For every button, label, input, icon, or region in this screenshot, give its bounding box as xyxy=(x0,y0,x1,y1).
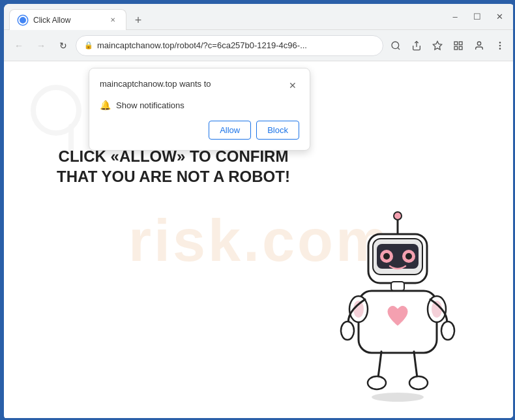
browser-window: Click Allow ✕ + – ☐ ✕ ← → ↻ 🔒 maincaptch… xyxy=(4,4,515,420)
popup-header: maincaptchanow.top wants to ✕ xyxy=(100,79,299,92)
close-button[interactable]: ✕ xyxy=(489,7,510,27)
share-icon-btn[interactable] xyxy=(407,36,426,55)
svg-point-8 xyxy=(477,42,480,45)
block-button[interactable]: Block xyxy=(256,121,299,140)
svg-point-11 xyxy=(499,48,500,49)
svg-rect-4 xyxy=(454,42,458,45)
svg-point-29 xyxy=(341,322,354,340)
svg-rect-7 xyxy=(459,46,462,50)
address-bar[interactable]: 🔒 maincaptchanow.top/robot4/?c=6ca257b0-… xyxy=(76,35,383,56)
back-button[interactable]: ← xyxy=(9,36,29,55)
svg-point-15 xyxy=(394,212,402,220)
popup-title: maincaptchanow.top wants to xyxy=(100,79,211,89)
new-tab-button[interactable]: + xyxy=(129,11,147,29)
reload-button[interactable]: ↻ xyxy=(53,36,73,55)
profile-icon-btn[interactable] xyxy=(469,36,489,55)
popup-buttons: Allow Block xyxy=(100,121,299,140)
minimize-button[interactable]: – xyxy=(445,7,465,27)
svg-point-22 xyxy=(405,253,412,260)
svg-point-30 xyxy=(441,322,454,340)
robot-character xyxy=(332,211,463,407)
favicon-circle xyxy=(18,16,27,25)
svg-point-20 xyxy=(383,253,390,260)
search-icon-btn[interactable] xyxy=(386,36,405,55)
svg-point-33 xyxy=(372,393,424,402)
allow-button[interactable]: Allow xyxy=(209,121,251,140)
tab-title: Click Allow xyxy=(33,16,102,25)
tab-favicon xyxy=(18,15,28,25)
navigation-bar: ← → ↻ 🔒 maincaptchanow.top/robot4/?c=6ca… xyxy=(4,30,515,61)
bell-icon: 🔔 xyxy=(100,100,111,110)
svg-point-9 xyxy=(499,42,500,42)
extensions-icon-btn[interactable] xyxy=(449,36,468,55)
popup-permission-text: Show notifications xyxy=(116,100,184,110)
svg-point-0 xyxy=(392,42,399,49)
svg-marker-3 xyxy=(433,41,441,50)
page-text-area: CLICK «ALLOW» TO CONFIRM THAT YOU ARE NO… xyxy=(43,146,304,187)
captcha-heading: CLICK «ALLOW» TO CONFIRM THAT YOU ARE NO… xyxy=(43,146,304,187)
svg-rect-6 xyxy=(454,46,458,50)
svg-rect-5 xyxy=(459,42,462,45)
lock-icon: 🔒 xyxy=(84,41,93,50)
svg-point-10 xyxy=(499,45,500,46)
tab-close-button[interactable]: ✕ xyxy=(108,15,118,25)
active-tab[interactable]: Click Allow ✕ xyxy=(9,9,126,30)
tab-bar: Click Allow ✕ + xyxy=(9,4,445,29)
nav-icons-group xyxy=(386,36,510,55)
title-bar: Click Allow ✕ + – ☐ ✕ xyxy=(4,4,515,30)
popup-close-button[interactable]: ✕ xyxy=(286,79,299,92)
svg-point-31 xyxy=(368,376,386,389)
bookmark-icon-btn[interactable] xyxy=(428,36,447,55)
svg-point-32 xyxy=(409,376,428,389)
forward-button[interactable]: → xyxy=(31,36,51,55)
notification-popup: maincaptchanow.top wants to ✕ 🔔 Show not… xyxy=(89,68,310,151)
popup-permission-row: 🔔 Show notifications xyxy=(100,100,299,110)
maximize-button[interactable]: ☐ xyxy=(467,7,488,27)
page-content: risk.com maincaptchanow.top wants to ✕ 🔔… xyxy=(4,61,515,420)
url-text: maincaptchanow.top/robot4/?c=6ca257b0-12… xyxy=(97,40,375,50)
menu-icon-btn[interactable] xyxy=(490,36,510,55)
svg-rect-23 xyxy=(391,282,404,291)
window-controls: – ☐ ✕ xyxy=(445,7,510,27)
svg-line-1 xyxy=(398,48,400,50)
robot-svg xyxy=(332,211,463,407)
